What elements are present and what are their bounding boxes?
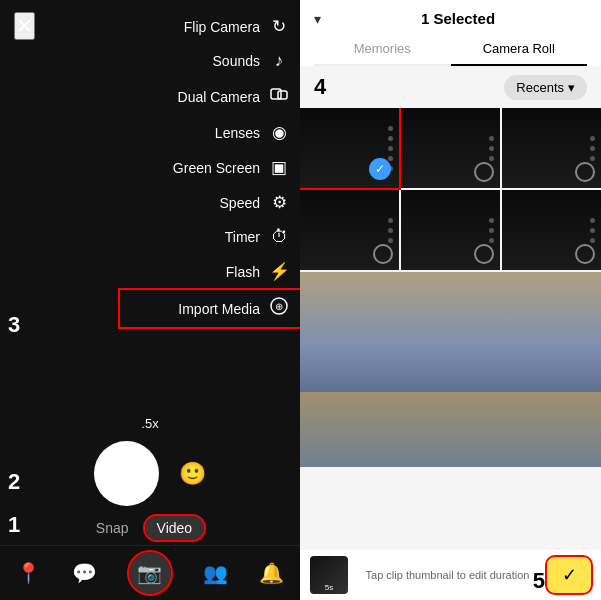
menu-item-flip-camera[interactable]: Flip Camera ↻ [120,10,300,43]
tap-hint: Tap clip thumbnail to edit duration [348,569,547,581]
recents-row: 4 Recents ▾ [300,66,601,108]
right-header: ▾ 1 Selected Memories Camera Roll [300,0,601,66]
grid-row-2 [300,190,601,270]
selected-count: 1 Selected [329,10,587,27]
chat-nav-button[interactable]: 💬 [72,561,97,585]
svg-rect-1 [278,91,287,99]
grid-cell-5[interactable] [401,190,500,270]
import-media-icon: ⊕ [268,296,290,321]
recents-chevron-icon: ▾ [568,80,575,95]
grid-cell-4[interactable] [300,190,399,270]
svg-text:⊕: ⊕ [275,301,283,312]
mode-snap[interactable]: Snap [96,520,129,536]
sounds-icon: ♪ [268,51,290,71]
menu-item-label: Import Media [178,301,260,317]
selected-row: ▾ 1 Selected [314,10,587,27]
friends-icon: 👥 [203,561,228,585]
photo-strip-2[interactable] [300,392,601,467]
badge-1: 1 [8,512,20,538]
badge-3: 3 [8,312,20,338]
shutter-row: 🙂 [94,441,206,506]
camera-area: .5x 🙂 Snap Video [0,416,300,540]
tabs-row: Memories Camera Roll [314,33,587,66]
unselected-circle [575,244,595,264]
menu-item-speed[interactable]: Speed ⚙ [120,186,300,219]
menu-item-sounds[interactable]: Sounds ♪ [120,45,300,77]
badge-4: 4 [314,74,326,100]
grid-cell-2[interactable] [401,108,500,188]
recents-button[interactable]: Recents ▾ [504,75,587,100]
friends-nav-button[interactable]: 👥 [203,561,228,585]
back-chevron[interactable]: ▾ [314,11,321,27]
grid-cell-6[interactable] [502,190,601,270]
menu-item-label: Flip Camera [184,19,260,35]
unselected-circle [373,244,393,264]
grid-cell-3[interactable] [502,108,601,188]
menu-item-label: Dual Camera [178,89,260,105]
menu-item-dual-camera[interactable]: Dual Camera [120,79,300,114]
menu-item-label: Speed [220,195,260,211]
unselected-circle [575,162,595,182]
unselected-circle [474,162,494,182]
zoom-label: .5x [141,416,158,431]
right-bottom-bar: 5s Tap clip thumbnail to edit duration 5… [300,550,601,600]
mode-row: Snap Video [96,516,204,540]
flash-icon: ⚡ [268,261,290,282]
right-panel: ▾ 1 Selected Memories Camera Roll 4 Rece… [300,0,601,600]
location-nav-button[interactable]: 📍 [16,561,41,585]
timer-icon: ⏱ [268,227,290,247]
thumb-label: 5s [325,583,333,592]
photo-strip-1[interactable] [300,272,601,392]
menu-item-label: Sounds [213,53,260,69]
recents-label: Recents [516,80,564,95]
bottom-nav: 📍 💬 📷 👥 🔔 [0,545,300,600]
menu-item-label: Green Screen [173,160,260,176]
tab-camera-roll[interactable]: Camera Roll [451,33,588,66]
location-icon: 📍 [16,561,41,585]
unselected-circle [474,244,494,264]
menu-item-import-media[interactable]: Import Media ⊕ [120,290,300,327]
confirm-button[interactable]: ✓ [547,557,591,593]
selected-check-icon: ✓ [369,158,391,180]
shutter-button[interactable] [94,441,159,506]
close-button[interactable]: ✕ [14,12,35,40]
badge-2: 2 [8,469,20,495]
menu-item-flash[interactable]: Flash ⚡ [120,255,300,288]
tab-memories[interactable]: Memories [314,33,451,64]
menu-item-timer[interactable]: Timer ⏱ [120,221,300,253]
camera-icon: 📷 [137,561,162,585]
notifications-nav-button[interactable]: 🔔 [259,561,284,585]
grid-row-1: ✓ [300,108,601,188]
camera-nav-button[interactable]: 📷 [129,552,171,594]
speed-icon: ⚙ [268,192,290,213]
mode-video[interactable]: Video [145,516,205,540]
menu-item-label: Flash [226,264,260,280]
lenses-icon: ◉ [268,122,290,143]
green-screen-icon: ▣ [268,157,290,178]
grid-area: ✓ [300,108,601,550]
left-panel: ✕ Flip Camera ↻ Sounds ♪ Dual Camera Len… [0,0,300,600]
menu-item-lenses[interactable]: Lenses ◉ [120,116,300,149]
flip-camera-icon: ↻ [268,16,290,37]
grid-cell-1[interactable]: ✓ [300,108,399,188]
menu-item-green-screen[interactable]: Green Screen ▣ [120,151,300,184]
confirm-icon: ✓ [562,564,577,586]
menu-item-label: Lenses [215,125,260,141]
notifications-icon: 🔔 [259,561,284,585]
dual-camera-icon [268,85,290,108]
chat-icon: 💬 [72,561,97,585]
clip-thumbnail[interactable]: 5s [310,556,348,594]
menu-item-label: Timer [225,229,260,245]
menu-list: Flip Camera ↻ Sounds ♪ Dual Camera Lense… [120,10,300,327]
emoji-button[interactable]: 🙂 [179,461,206,487]
badge-5: 5 [533,568,545,594]
